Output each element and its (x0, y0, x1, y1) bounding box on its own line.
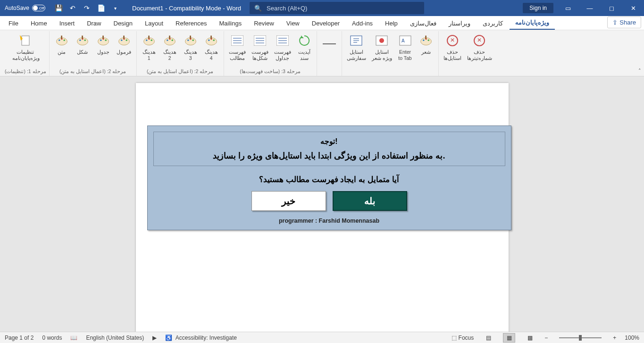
save-icon[interactable]: 💾 (55, 4, 62, 12)
tab-review[interactable]: Review (248, 17, 280, 30)
svg-point-39 (213, 39, 215, 41)
tab-help[interactable]: Help (379, 17, 403, 30)
zoom-level[interactable]: 100% (625, 335, 639, 341)
ribbon-button-label: Enter to Tab (398, 49, 411, 61)
print-layout-icon[interactable]: ▦ (503, 333, 515, 343)
svg-point-32 (187, 39, 189, 41)
ribbon-button-label: هدینگ 2 (163, 49, 176, 61)
ribbon-button[interactable]: استایل سفارشی (345, 32, 368, 62)
ribbon-button-label: فرمول (117, 49, 131, 55)
document-icon[interactable]: 📄 (97, 4, 105, 12)
tab-developer[interactable]: Developer (306, 17, 345, 30)
tab-design[interactable]: Design (108, 17, 138, 30)
ribbon-button[interactable]: هدینگ 2 (160, 32, 179, 62)
ribbon-button[interactable]: استایل ویژه شعر (370, 32, 394, 62)
ribbon: تنظیمات ویژه‌پایان‌نامهمرحله 1: (تنظیمات… (0, 30, 644, 76)
ribbon-button[interactable]: تنظیمات ویژه‌پایان‌نامه (10, 32, 41, 62)
ribbon-button[interactable]: متن (52, 32, 71, 56)
svg-point-9 (84, 39, 86, 41)
svg-rect-10 (82, 36, 83, 39)
zoom-out-button[interactable]: − (544, 335, 548, 341)
customize-qat-icon[interactable]: ▾ (111, 4, 119, 12)
tab--[interactable]: کاربردی (477, 17, 509, 30)
palette-icon (75, 33, 90, 48)
tab-mailings[interactable]: Mailings (214, 17, 248, 30)
ribbon-button[interactable]: حذف شماره‌تیترها (465, 32, 494, 62)
sign-in-button[interactable]: Sign in (523, 3, 553, 13)
web-layout-icon[interactable]: ▩ (524, 333, 536, 343)
svg-point-59 (423, 39, 425, 41)
ribbon-button[interactable]: فهرست جداول (272, 32, 293, 62)
ribbon-button[interactable]: هدینگ 4 (202, 32, 221, 62)
ribbon-button-label: استایل ویژه شعر (372, 49, 392, 61)
no-button[interactable]: خیر (251, 191, 326, 211)
svg-point-24 (151, 39, 152, 41)
tab-layout[interactable]: Layout (139, 17, 169, 30)
ribbon-button-label: متن (58, 49, 66, 55)
accessibility-indicator[interactable]: ♿ Accessibility: Investigate (165, 335, 237, 341)
collapse-ribbon-icon[interactable]: ˄ (638, 68, 641, 74)
tab-view[interactable]: View (281, 17, 305, 30)
read-mode-icon[interactable]: ▤ (482, 333, 494, 343)
macro-icon[interactable]: ▶ (152, 335, 157, 341)
ribbon-button[interactable]: فهرست مطالب (227, 32, 248, 62)
ribbon-button[interactable]: حذف استایل‌ها (442, 32, 463, 62)
language-indicator[interactable]: English (United States) (86, 335, 144, 341)
list-icon (275, 33, 290, 48)
tab--[interactable]: فعال‌سازی (404, 17, 442, 30)
page: توجه! به منظور استفاده از این ویژگی ابتد… (136, 83, 509, 332)
share-button[interactable]: ⇪Share (607, 17, 641, 28)
ribbon-button[interactable] (320, 32, 339, 49)
undo-icon[interactable]: ↶ (69, 4, 76, 12)
ribbon-button-label: تنظیمات ویژه‌پایان‌نامه (12, 49, 39, 61)
autosave-toggle[interactable]: AutoSave Off (0, 5, 50, 11)
minimize-icon[interactable]: — (579, 0, 601, 16)
ribbon-button-label: فهرست شکل‌ها (251, 49, 268, 61)
svg-rect-25 (148, 36, 150, 39)
tab-add-ins[interactable]: Add-ins (346, 17, 378, 30)
ribbon-group-2: هدینگ 1هدینگ 2هدینگ 3هدینگ 4مرحله 2: (اع… (137, 31, 224, 76)
tab-insert[interactable]: Insert (54, 17, 81, 30)
svg-point-29 (171, 39, 173, 41)
palette-icon (418, 33, 434, 48)
redo-icon[interactable]: ↷ (83, 4, 91, 12)
svg-point-17 (121, 39, 123, 41)
ribbon-button[interactable]: شعر (417, 32, 435, 56)
tab-file[interactable]: File (3, 17, 24, 30)
ribbon-button[interactable]: فهرست شکل‌ها (250, 32, 270, 62)
svg-point-7 (79, 39, 81, 41)
list-icon (252, 33, 268, 48)
search-box[interactable]: 🔍 Search (Alt+Q) (250, 2, 424, 14)
close-icon[interactable]: ✕ (622, 0, 644, 16)
ribbon-button[interactable]: آپدیت سند (295, 32, 314, 62)
ribbon-button[interactable]: AEnter to Tab (396, 32, 415, 62)
page-indicator[interactable]: Page 1 of 2 (5, 335, 33, 341)
focus-mode[interactable]: ⬚ Focus (452, 335, 474, 341)
document-area: توجه! به منظور استفاده از این ویژگی ابتد… (0, 76, 644, 332)
tab-draw[interactable]: Draw (81, 17, 107, 30)
tab-home[interactable]: Home (25, 17, 53, 30)
ribbon-display-icon[interactable]: ▭ (557, 0, 579, 16)
tab--[interactable]: ویراستار (443, 17, 476, 30)
dialog-buttons: خیر بله (153, 191, 505, 211)
ribbon-button[interactable]: هدینگ 1 (140, 32, 159, 62)
ribbon-button[interactable]: جدول (94, 32, 113, 56)
ribbon-group-6: حذف استایل‌هاحذف شماره‌تیترها (439, 31, 497, 76)
zoom-thumb[interactable] (579, 335, 582, 341)
autosave-label: AutoSave (5, 5, 29, 11)
maximize-icon[interactable]: ◻ (601, 0, 622, 16)
share-icon: ⇪ (612, 19, 618, 26)
quick-access-toolbar: 💾 ↶ ↷ 📄 ▾ (50, 4, 124, 12)
zoom-in-button[interactable]: + (613, 335, 616, 341)
svg-point-61 (427, 39, 429, 41)
ribbon-button[interactable]: شکل (73, 32, 92, 56)
yes-button[interactable]: بله (333, 191, 407, 211)
spellcheck-icon[interactable]: 📖 (70, 335, 77, 341)
zoom-slider[interactable] (559, 337, 602, 338)
tab-references[interactable]: References (170, 17, 212, 30)
ribbon-button[interactable]: فرمول (115, 32, 134, 56)
tab--[interactable]: ویژه‌پایان‌نامه (510, 16, 555, 30)
word-count[interactable]: 0 words (42, 335, 62, 341)
ribbon-button[interactable]: هدینگ 3 (181, 32, 200, 62)
toggle-switch[interactable]: Off (32, 5, 45, 11)
